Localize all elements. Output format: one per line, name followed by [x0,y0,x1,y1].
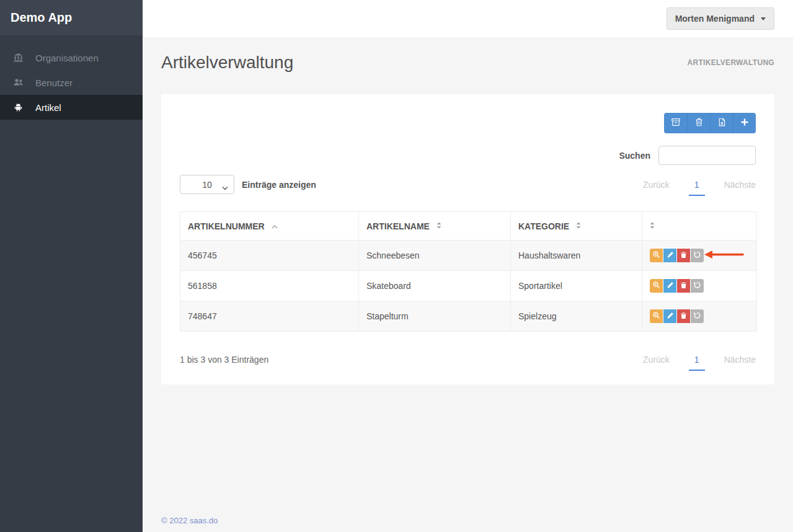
app-title: Demo App [11,11,72,25]
column-header-artikelnummer[interactable]: ARTIKELNUMMER [180,212,359,241]
pencil-icon [667,251,674,260]
user-menu-label: Morten Menigmand [675,14,755,24]
cell-artikelnummer: 456745 [180,241,359,271]
annotation-arrow-icon [703,250,745,262]
page-head: Artikelverwaltung ARTIKELVERWALTUNG [143,37,793,73]
cell-kategorie: Sportartikel [511,271,642,301]
cell-actions [642,271,757,301]
table-info: 1 bis 3 von 3 Einträgen [180,355,268,365]
page-footer: © 2022 saas.do [161,516,218,525]
cell-actions [642,301,757,332]
user-menu-button[interactable]: Morten Menigmand [667,7,774,30]
toolbar-button-group [664,113,756,133]
add-button[interactable] [733,113,756,133]
chevron-down-icon [761,17,766,20]
trash-icon [680,282,687,291]
topbar: Morten Menigmand [143,0,793,37]
cell-artikelname: Schneebesen [359,241,511,271]
sidebar-item-benutzer[interactable]: Benutzer [0,70,143,95]
sort-both-icon [576,221,581,231]
plus-icon [740,118,749,128]
controls-row: 10 Einträge anzeigen Zurück 1 Nächste [180,175,756,194]
table-row[interactable]: 456745 Schneebesen Haushaltswaren [180,241,757,271]
pencil-icon [667,312,674,321]
edit-button[interactable] [663,249,676,262]
sidebar-header: Demo App [0,0,143,35]
pagination-previous[interactable]: Zurück [643,355,670,365]
archive-button[interactable] [664,113,687,133]
history-button[interactable] [691,279,704,293]
pagination-page-1[interactable]: 1 [689,355,705,365]
column-header-kategorie[interactable]: KATEGORIE [511,212,642,241]
history-icon [693,311,701,321]
trash-icon [680,251,687,260]
search-input[interactable] [658,146,756,165]
pagination-page-1[interactable]: 1 [689,180,705,190]
view-button[interactable] [650,309,663,323]
pagination-previous[interactable]: Zurück [643,180,670,190]
breadcrumb: ARTIKELVERWALTUNG [688,58,774,67]
view-button[interactable] [650,279,663,293]
length-label: Einträge anzeigen [242,180,316,190]
table-row[interactable]: 748647 Stapelturm Spielzeug [180,301,757,332]
history-button[interactable] [691,309,704,323]
cell-actions [642,241,757,271]
cell-artikelname: Skateboard [359,271,511,301]
sidebar-item-artikel[interactable]: Artikel [0,95,143,120]
cell-kategorie: Haushaltswaren [511,241,642,271]
delete-row-button[interactable] [677,249,690,262]
zoom-in-icon [652,281,660,291]
trash-icon [680,312,687,321]
zoom-in-icon [652,250,660,260]
sort-both-icon [436,221,441,231]
cell-artikelnummer: 561858 [180,271,359,301]
sidebar-item-label: Artikel [35,102,61,113]
excel-file-icon [717,117,727,129]
table-footer-row: 1 bis 3 von 3 Einträgen Zurück 1 Nächste [180,355,756,365]
pagination-next[interactable]: Nächste [724,180,756,190]
edit-button[interactable] [663,309,676,323]
users-icon [12,78,24,87]
pagination-bottom: Zurück 1 Nächste [643,355,756,365]
history-icon [693,281,701,291]
articles-table: ARTIKELNUMMER ARTIKELNAME [180,211,757,332]
sort-both-icon [650,221,655,231]
pagination-top: Zurück 1 Nächste [643,180,756,190]
history-button[interactable] [691,249,704,262]
sidebar: Demo App Organisationen Benutzer Artikel [0,0,143,532]
toolbar-row [180,113,756,133]
cell-kategorie: Spielzeug [511,301,642,332]
table-row[interactable]: 561858 Skateboard Sportartikel [180,271,757,301]
archive-box-icon [671,117,681,129]
app-window: Demo App Organisationen Benutzer Artikel [0,0,793,532]
sidebar-item-label: Benutzer [35,78,73,88]
export-excel-button[interactable] [710,113,733,133]
content-card: Suchen 10 Einträge anzeigen Zurück 1 [161,94,774,384]
search-row: Suchen [180,146,756,165]
search-label: Suchen [619,151,650,161]
delete-button[interactable] [687,113,710,133]
zoom-in-icon [652,311,660,321]
page-length-select[interactable]: 10 [180,175,234,194]
delete-row-button[interactable] [677,309,690,323]
cell-artikelnummer: 748647 [180,301,359,332]
chevron-down-icon [222,182,228,192]
android-icon [12,102,24,112]
pagination-next[interactable]: Nächste [724,355,756,365]
main-content: Artikelverwaltung ARTIKELVERWALTUNG [143,37,793,532]
page-length-value: 10 [202,180,212,190]
trash-icon [694,117,704,129]
cell-artikelname: Stapelturm [359,301,511,332]
sort-asc-icon [272,221,278,231]
sidebar-item-label: Organisationen [35,53,99,63]
column-header-artikelname[interactable]: ARTIKELNAME [359,212,511,241]
delete-row-button[interactable] [677,279,690,293]
bank-icon [12,53,24,63]
view-button[interactable] [650,249,663,262]
sidebar-item-organisationen[interactable]: Organisationen [0,45,143,70]
copyright-link[interactable]: © 2022 saas.do [161,516,218,525]
column-header-actions[interactable] [642,212,757,241]
length-control: 10 Einträge anzeigen [180,175,316,194]
edit-button[interactable] [663,279,676,293]
table-header-row: ARTIKELNUMMER ARTIKELNAME [180,212,757,241]
